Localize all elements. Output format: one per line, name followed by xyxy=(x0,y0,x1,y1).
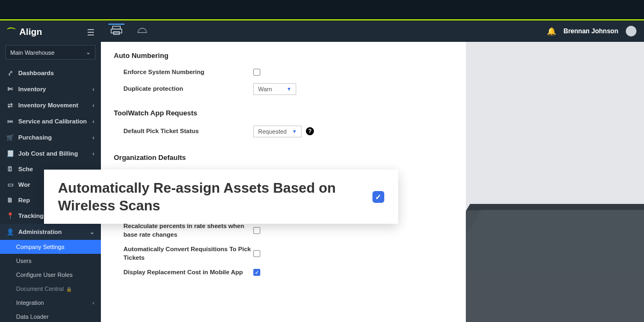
row-label: Default Pick Ticket Status xyxy=(114,127,253,136)
cart-icon: 🛒 xyxy=(6,134,14,141)
select-value: Warn xyxy=(258,86,272,92)
help-icon[interactable]: ? xyxy=(306,127,314,135)
caret-down-icon: ▼ xyxy=(292,129,297,134)
header: 🔔 Brennan Johnson xyxy=(101,20,644,42)
sidebar-sub-company-settings[interactable]: Company Settings xyxy=(0,240,101,254)
sidebar-item-inventory[interactable]: ✄Inventory ‹ xyxy=(0,81,101,97)
sidebar-item-dashboards[interactable]: ⤤Dashboards xyxy=(0,65,101,81)
sidebar-item-label: Job Cost and Billing xyxy=(18,150,78,157)
app-topbar xyxy=(0,0,644,19)
convert-req-checkbox[interactable] xyxy=(253,250,260,257)
sidebar-item-purchasing[interactable]: 🛒Purchasing ‹ xyxy=(0,129,101,145)
user-icon: 👤 xyxy=(6,228,14,236)
callout-overlay: Automatically Re-assign Assets Based on … xyxy=(44,170,398,224)
warehouse-select[interactable]: Main Warehouse ⌄ xyxy=(5,45,96,60)
sidebar-sub-document-central[interactable]: Document Central xyxy=(0,282,101,296)
sidebar-item-label: Dashboards xyxy=(18,70,54,76)
chart-icon: ⤤ xyxy=(6,69,14,77)
caret-down-icon: ▼ xyxy=(287,86,291,92)
sidebar-item-label: Purchasing xyxy=(18,134,52,141)
svg-rect-1 xyxy=(111,29,122,33)
enforce-numbering-checkbox[interactable] xyxy=(253,69,260,76)
calendar-icon: 🗓 xyxy=(6,166,14,172)
row-duplicate-protection: Duplicate protection Warn ▼ xyxy=(114,80,453,98)
header-tab-1[interactable] xyxy=(108,24,125,39)
replacement-cost-checkbox[interactable] xyxy=(253,269,260,276)
chevron-left-icon: ‹ xyxy=(92,102,94,108)
pin-icon: 📍 xyxy=(6,212,14,219)
sidebar-item-label: Administration xyxy=(18,229,62,235)
document-icon: 🗎 xyxy=(6,197,14,203)
row-label: Recalculate percents in rate sheets when… xyxy=(114,222,253,239)
chevron-left-icon: ‹ xyxy=(92,86,94,92)
sidebar-item-label: Integration xyxy=(16,299,44,306)
select-value: Requested xyxy=(258,128,287,135)
section-toolwatch: ToolWatch App Requests xyxy=(114,109,453,117)
section-auto-numbering: Auto Numbering xyxy=(114,52,453,60)
chevron-left-icon: ‹ xyxy=(92,150,94,157)
row-pick-ticket: Default Pick Ticket Status Requested ▼ ? xyxy=(114,122,453,141)
row-label: Enforce System Numbering xyxy=(114,68,253,77)
bell-icon[interactable]: 🔔 xyxy=(547,27,556,35)
sidebar-item-jobcost[interactable]: 🧾Job Cost and Billing ‹ xyxy=(0,145,101,162)
sidebar-item-label: Inventory xyxy=(18,86,46,92)
chevron-left-icon: ‹ xyxy=(92,299,94,306)
callout-text: Automatically Re-assign Assets Based on … xyxy=(58,179,337,214)
sidebar-item-administration[interactable]: 👤Administration ⌄ xyxy=(0,224,101,240)
pick-ticket-status-select[interactable]: Requested ▼ xyxy=(253,126,302,137)
chevron-left-icon: ‹ xyxy=(92,134,94,141)
user-name: Brennan Johnson xyxy=(564,27,618,35)
brand-name: Align xyxy=(19,27,42,38)
sidebar-sub-data-loader[interactable]: Data Loader xyxy=(0,310,101,322)
chevron-down-icon: ⌄ xyxy=(90,229,94,236)
sidebar-item-label: Service and Calibration xyxy=(18,118,87,125)
recalc-percents-checkbox[interactable] xyxy=(253,227,260,234)
row-enforce-numbering: Enforce System Numbering xyxy=(114,65,453,80)
row-label: Display Replacement Cost in Mobile App xyxy=(114,268,253,277)
row-label: Automatically Convert Requisitions To Pi… xyxy=(114,245,253,262)
callout-checkbox[interactable]: ✓ xyxy=(372,191,384,203)
bill-icon: 🧾 xyxy=(6,150,14,157)
header-tab-2[interactable] xyxy=(134,24,150,39)
sidebar-sub-integration[interactable]: Integration ‹ xyxy=(0,296,101,310)
row-label: Duplicate protection xyxy=(114,85,253,93)
row-replacement-cost: Display Replacement Cost in Mobile App xyxy=(114,265,453,280)
row-convert-req: Automatically Convert Requisitions To Pi… xyxy=(114,242,453,265)
right-pane xyxy=(466,42,644,322)
chevron-left-icon: ‹ xyxy=(92,118,94,125)
brand: ⌒ Align xyxy=(6,26,42,39)
sidebar-item-label: Inventory Movement xyxy=(18,102,78,108)
sidebar-item-label: Wor xyxy=(18,181,30,188)
warehouse-value: Main Warehouse xyxy=(10,49,55,56)
sidebar-item-label: Sche xyxy=(18,166,33,172)
avatar[interactable] xyxy=(626,26,636,36)
sidebar-item-label: Rep xyxy=(18,197,30,203)
chevron-down-icon: ⌄ xyxy=(86,49,91,56)
sidebar-sub-users[interactable]: Users xyxy=(0,254,101,268)
sidebar-sub-roles[interactable]: Configure User Roles xyxy=(0,268,101,282)
printer-icon xyxy=(111,26,122,35)
duplicate-protection-select[interactable]: Warn ▼ xyxy=(253,83,296,95)
section-org-defaults: Organization Defaults xyxy=(114,153,453,162)
swap-icon: ⇄ xyxy=(6,101,14,109)
hamburger-icon[interactable]: ☰ xyxy=(87,27,94,38)
brand-icon: ⌒ xyxy=(6,26,16,39)
decorative-diagonal xyxy=(466,204,644,322)
sidebar-item-inventory-movement[interactable]: ⇄Inventory Movement ‹ xyxy=(0,97,101,113)
window-icon: ▭ xyxy=(6,181,14,188)
sidebar-item-label: Tracking xyxy=(18,213,43,219)
list-icon: ≔ xyxy=(6,118,14,125)
svg-rect-0 xyxy=(113,26,120,28)
tools-icon: ✄ xyxy=(6,85,14,93)
hardhat-icon xyxy=(136,26,148,35)
sidebar-item-service[interactable]: ≔Service and Calibration ‹ xyxy=(0,113,101,129)
